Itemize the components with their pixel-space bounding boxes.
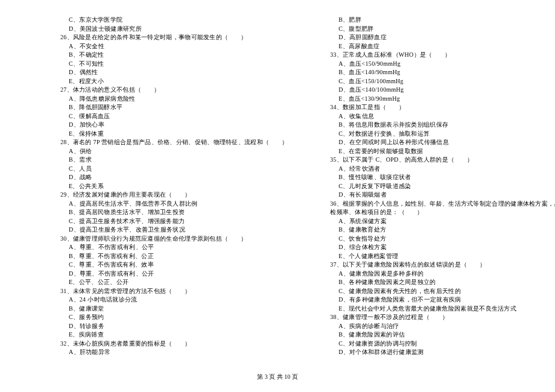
option-line: D、尊重、不伤害或有利、公开 [60, 270, 288, 279]
option-line: E、高尿酸血症 [330, 42, 555, 51]
option-line: A、经常饮酒者 [330, 165, 555, 174]
option-line: A、不安全性 [60, 42, 288, 51]
option-line: C、健康危险因素有先天性的，也有后天性的 [330, 287, 555, 296]
option-line: E、血压<130/90mmHg [330, 95, 555, 104]
option-line: E、保持体重 [60, 130, 288, 139]
option-line: A、系统保健方案 [330, 217, 555, 226]
option-line: B、提高居民物质生活水平、增加卫生投资 [60, 208, 288, 217]
question-line: 29、经济发展对健康的作用主要表现在（ ） [60, 191, 288, 200]
option-line: D、提高卫生服务水平、改善卫生服务状况 [60, 226, 288, 235]
option-line: D、对个体和群体进行健康监测 [330, 348, 555, 357]
option-line: A、供给 [60, 147, 288, 156]
option-line: A、健康危险因素是多种多样的 [330, 270, 555, 279]
option-line: E、现代社会中对人类危害最大的健康危险因素就是不良生活方式 [330, 305, 555, 314]
option-line: E、个人健康档案管理 [330, 252, 555, 261]
option-line: B、各种健康危险因素之间是独立的 [330, 278, 555, 287]
option-line: C、提高卫生服务技术水平、增强服务能力 [60, 217, 288, 226]
option-line: A、肝功能异常 [60, 348, 288, 357]
option-line: C、对健康资源的协调与控制 [330, 340, 555, 349]
question-line: 36、根据掌握的个人信息，如性别、年龄、生活方式等制定合理的健康体检方案，具体包… [330, 200, 555, 209]
option-line: B、将信息用数据表示并按类别组织保存 [330, 121, 555, 130]
option-line: B、健康危险因素的评估 [330, 330, 555, 340]
option-line: A、血压<150/90mmHg [330, 60, 555, 69]
option-line: C、服务预约 [60, 313, 288, 322]
option-line: C、对数据进行变换、抽取和运算 [330, 130, 555, 139]
option-line: B、健康课堂 [60, 305, 288, 314]
option-line: D、有长期吸烟者 [330, 191, 555, 200]
option-line: C、人员 [60, 165, 288, 174]
option-line: B、肥胖 [330, 16, 555, 25]
option-line: E、程度大小 [60, 77, 288, 86]
option-line: E、公共关系 [60, 182, 288, 191]
option-line: A、降低患糖尿病危险性 [60, 95, 288, 104]
option-line: D、综合体检方案 [330, 243, 555, 252]
option-line: C、饮食指导处方 [330, 235, 555, 244]
question-line: 35、以下不属于 C、OPD、的高危人群的是（ ） [330, 156, 555, 165]
option-line: B、慢性咳嗽、咳痰症状者 [330, 173, 555, 182]
option-line: C、不可知性 [60, 60, 288, 69]
option-line: E、公平、公正、公开 [60, 278, 288, 287]
option-line: B、尊重、不伤害或有利、公正 [60, 252, 288, 261]
option-line: C、东京大学医学院 [60, 16, 288, 25]
question-line: 34、数据加工是指（ ） [330, 103, 555, 112]
question-line: 32、未体心脏疾病患者最重要的指标是（ ） [60, 340, 288, 349]
option-line: D、有多种健康危险因素，但不一定就有疾病 [330, 296, 555, 305]
option-line: C、缓解高血压 [60, 112, 288, 121]
question-line: 33、正常成人血压标准（WHO）是（ ） [330, 51, 555, 60]
exam-page: C、东京大学医学院D、美国波士顿健康研究所26、风险是在给定的条件和某一特定时期… [0, 0, 555, 357]
question-line: 37、以下关于健康危险因素特点的叙述错误的是（ ） [330, 261, 555, 270]
question-line: 31、未体常见的需求管理的方法不包括（ ） [60, 287, 288, 296]
option-line: D、加快心率 [60, 121, 288, 130]
page-footer: 第 3 页 共 10 页 [0, 373, 555, 381]
option-line: D、战略 [60, 173, 288, 182]
question-line: 30、健康管理师职业行为规范应遵循的生命伦理学原则包括（ ） [60, 235, 288, 244]
option-line: E、疾病筛查 [60, 330, 288, 340]
option-line: D、血压<140/100mmHg [330, 86, 555, 95]
option-line: E、在需要的时候能够提取数据 [330, 147, 555, 156]
question-line: 27、体力活动的意义不包括（ ） [60, 86, 288, 95]
option-line: D、转诊服务 [60, 322, 288, 331]
option-line: B、血压<140/90mmHg [330, 68, 555, 77]
option-line: A、提高居民生活水平、降低营养不良人群比例 [60, 200, 288, 209]
option-line: A、收集信息 [330, 112, 555, 121]
option-line: B、健康教育处方 [330, 226, 555, 235]
left-column: C、东京大学医学院D、美国波士顿健康研究所26、风险是在给定的条件和某一特定时期… [60, 16, 288, 357]
question-line: 检频率、体检项目的是：（ ） [330, 208, 555, 217]
option-line: C、尊重、不伤害或有利、效率 [60, 261, 288, 270]
option-line: C、儿时反复下呼吸道感染 [330, 182, 555, 191]
option-line: B、需求 [60, 156, 288, 165]
option-line: B、不确定性 [60, 51, 288, 60]
right-column: B、肥胖C、腹型肥胖D、高胆固醇血症E、高尿酸血症33、正常成人血压标准（WHO… [330, 16, 555, 357]
option-line: D、在空间或时间上以各种形式传播信息 [330, 138, 555, 147]
option-line: C、血压<150/100mmHg [330, 77, 555, 86]
option-line: A、24 小时电话就诊分流 [60, 296, 288, 305]
question-line: 28、著名的 7P 营销组合是指产品、价格、分销、促销、物理特征、流程和（ ） [60, 138, 288, 147]
option-line: D、偶然性 [60, 68, 288, 77]
option-line: C、腹型肥胖 [330, 25, 555, 34]
option-line: A、疾病的诊断与治疗 [330, 322, 555, 331]
option-line: D、美国波士顿健康研究所 [60, 25, 288, 34]
option-line: A、尊重、不伤害或有利、公平 [60, 243, 288, 252]
option-line: D、高胆固醇血症 [330, 33, 555, 42]
question-line: 26、风险是在给定的条件和某一特定时期，事物可能发生的（ ） [60, 33, 288, 42]
question-line: 38、健康管理一般不涉及的过程是（ ） [330, 313, 555, 322]
option-line: B、降低胆固醇水平 [60, 103, 288, 112]
